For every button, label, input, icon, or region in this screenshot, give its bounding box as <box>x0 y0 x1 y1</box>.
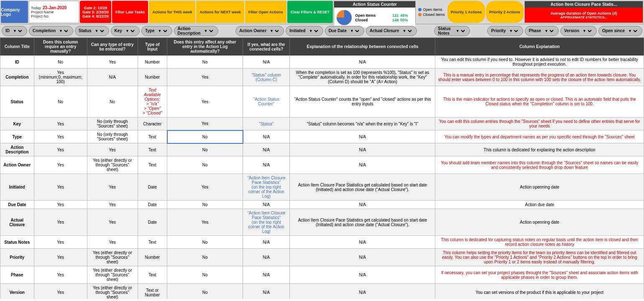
action-owner-filter-select[interactable]: ▼ <box>268 28 280 33</box>
cell-relationship: N/A <box>290 249 435 266</box>
table-row: Status NotesYesYesTextNoN/AN/AThis colum… <box>0 236 644 249</box>
version-filter-select[interactable]: ▼ <box>581 28 593 33</box>
cell-relationship: N/A <box>290 284 435 299</box>
due-date-filter-select[interactable]: ▼ <box>348 28 360 33</box>
header-relationship: Explanation of the relationship between … <box>290 38 435 56</box>
actions-next-week-button[interactable]: Actions for NEXT week <box>196 1 244 23</box>
id-filter[interactable]: ID ▼ <box>2 26 27 36</box>
actual-closure-filter-label: Actual Closure <box>370 28 399 33</box>
id-filter-select[interactable]: ▼ <box>11 28 23 33</box>
actual-closure-filter[interactable]: Actual Closure ▼ <box>366 26 417 36</box>
legend-section: Open Items Closed Items <box>417 1 447 23</box>
open-since-filter-select[interactable]: ▼ <box>626 28 639 33</box>
table-row: PhaseYesYes (either directly or through … <box>0 266 644 284</box>
completion-filter[interactable]: Completion ▼ <box>29 26 73 36</box>
due-date-filter[interactable]: Due Date ▼ <box>325 26 364 36</box>
cell-title: Completion <box>0 69 34 86</box>
cell-connected: "Action Item Closure Pace Statistics" (o… <box>243 174 290 201</box>
status-filter-select[interactable]: ▼ <box>93 28 105 33</box>
today-date: 23-Jan-2020 <box>43 5 66 10</box>
status-filter[interactable]: Status ▼ <box>75 26 109 36</box>
cell-explanation: If necessary, you can set your project p… <box>435 266 644 284</box>
cell-affects-other: No <box>167 143 243 156</box>
cell-explanation: Action due date <box>435 201 644 209</box>
cell-relationship: Action Item Closure Pace Statistics get … <box>290 209 435 236</box>
status-notes-filter[interactable]: Status Notes ▼ <box>434 26 470 36</box>
cell-input-type: Text <box>138 143 167 156</box>
action-desc-filter[interactable]: Action Description ▼ <box>174 26 218 36</box>
cell-affects-other: No <box>167 201 243 209</box>
header-affects-other: Does this entry affect any other entry i… <box>167 38 243 56</box>
cell-affects-other: No <box>167 284 243 299</box>
id-filter-label: ID <box>5 28 10 33</box>
cell-input-type: Text <box>138 236 167 249</box>
cell-connected: N/A <box>243 130 290 143</box>
action-owner-filter[interactable]: Action Owner ▼ <box>235 26 284 36</box>
phase-filter[interactable]: Phase ▼ <box>525 26 558 36</box>
priority1-button[interactable]: Priority 1 Actions <box>447 1 485 23</box>
type-filter-label: Type <box>145 28 155 33</box>
header-manual-entry: Does this column require an entry manual… <box>34 38 87 56</box>
table-row: Due DateYesYesDateNoN/AN/AAction due dat… <box>0 201 644 209</box>
actual-closure-filter-select[interactable]: ▼ <box>401 28 413 33</box>
priority-filter[interactable]: Priority ▼ <box>487 26 523 36</box>
priority2-button[interactable]: Priority 2 Actions <box>486 1 524 23</box>
cell-input-type: Date <box>138 174 167 201</box>
type-filter[interactable]: Type ▼ <box>141 26 172 36</box>
open-legend-label: Open Items <box>423 8 442 12</box>
cell-input-type: Number <box>138 56 167 69</box>
cell-explanation: This column is dedicated for capturing s… <box>435 236 644 249</box>
gate2-button[interactable]: Gate 2: 10/28 Gate 3: 2/28/20 Gate 4: 8/… <box>80 1 111 23</box>
type-filter-select[interactable]: ▼ <box>156 28 169 33</box>
cell-explanation: You can edit this column if you need to.… <box>435 56 644 69</box>
open-since-filter[interactable]: Open since ▼ <box>598 26 642 36</box>
priority-filter-select[interactable]: ▼ <box>507 28 519 33</box>
initiated-filter-label: Initiated <box>289 28 305 33</box>
cell-manual: Yes <box>34 236 87 249</box>
cell-enforced: N/A <box>87 69 138 86</box>
cell-connected: "Status" <box>243 117 290 130</box>
phase-filter-select[interactable]: ▼ <box>543 28 555 33</box>
cell-relationship: N/A <box>290 156 435 174</box>
cell-connected: N/A <box>243 201 290 209</box>
cell-manual: Yes <box>34 130 87 143</box>
cell-title: Type <box>0 130 34 143</box>
initiated-filter-select[interactable]: ▼ <box>307 28 319 33</box>
status-counter-title: Action Status Counter <box>334 1 415 8</box>
cell-title: ID <box>0 56 34 69</box>
cell-connected: N/A <box>243 236 290 249</box>
clear-reset-button[interactable]: Clear Filters & RESET <box>287 1 333 23</box>
status-notes-filter-select[interactable]: ▼ <box>454 28 466 33</box>
cell-title: Phase <box>0 266 34 284</box>
main-table-wrapper: Column Title Does this column require an… <box>0 38 644 299</box>
cell-manual: No <box>34 86 87 117</box>
closed-legend-dot <box>418 13 422 16</box>
completion-filter-label: Completion <box>33 28 56 33</box>
initiated-filter[interactable]: Initiated ▼ <box>286 26 323 36</box>
filter-open-button[interactable]: Filter Open Actions <box>245 1 286 23</box>
cell-affects-other: No <box>167 130 243 143</box>
cell-title: Action Description <box>0 143 34 156</box>
cell-explanation: This column is dedicated for explaning t… <box>435 143 644 156</box>
cell-connected: N/A <box>243 156 290 174</box>
key-filter[interactable]: Key ▼ <box>111 26 140 36</box>
closure-stats-body: Average duration of Open Actions (d) APP… <box>525 8 643 23</box>
actions-this-week-button[interactable]: Actions for THIS week <box>149 1 195 23</box>
cell-relationship: "Action Status Counter" counts the "open… <box>290 86 435 117</box>
cell-manual: No <box>34 56 87 69</box>
header-connected-cells: If yes, what are the connected cells? <box>243 38 290 56</box>
completion-filter-select[interactable]: ▼ <box>57 28 69 33</box>
project-name-label: Project Name <box>31 10 77 14</box>
closed-pct: 55% <box>400 18 413 22</box>
priority-filter-label: Priority <box>491 28 506 33</box>
cell-explanation: Action openning date <box>435 174 644 201</box>
cell-connected: "Action Item Closure Pace Statistics" (o… <box>243 209 290 236</box>
version-filter[interactable]: Version ▼ <box>560 26 597 36</box>
action-desc-filter-select[interactable]: ▼ <box>202 28 215 33</box>
key-filter-label: Key <box>115 28 122 33</box>
today-label: Today <box>31 6 41 10</box>
filter-late-button[interactable]: Filter Late Tasks <box>112 1 148 23</box>
cell-input-type: Text or Number <box>138 284 167 299</box>
cell-relationship: N/A <box>290 130 435 143</box>
key-filter-select[interactable]: ▼ <box>124 28 136 33</box>
